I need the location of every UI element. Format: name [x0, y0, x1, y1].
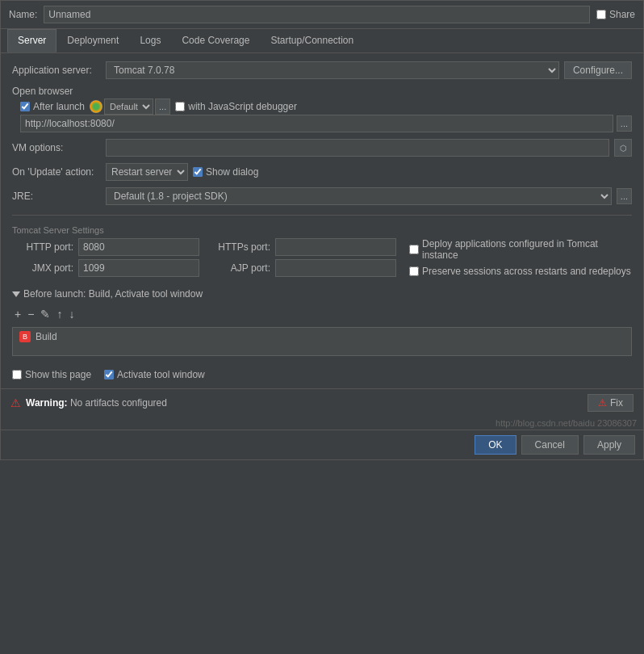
jre-select[interactable]: Default (1.8 - project SDK)	[106, 187, 612, 205]
watermark: http://blog.csdn.net/baidu 23086307	[1, 417, 643, 430]
preserve-sessions-label: Preserve sessions across restarts and re…	[422, 266, 631, 277]
activate-window-checkbox-label[interactable]: Activate tool window	[104, 369, 205, 380]
remove-launch-button[interactable]: −	[25, 308, 36, 321]
on-update-row: On 'Update' action: Restart server Show …	[12, 163, 632, 181]
tomcat-section-label: Tomcat Server Settings	[12, 225, 632, 235]
show-page-checkbox-label[interactable]: Show this page	[12, 369, 91, 380]
browser-select[interactable]: Default	[104, 99, 153, 115]
show-dialog-label: Show dialog	[206, 166, 258, 178]
url-ellipsis-button[interactable]: ...	[617, 115, 632, 132]
fix-button[interactable]: ⚠ Fix	[588, 394, 634, 412]
after-launch-label: After launch	[33, 101, 85, 112]
http-port-input[interactable]	[78, 238, 199, 256]
name-input[interactable]	[44, 6, 590, 23]
app-server-select[interactable]: Tomcat 7.0.78	[106, 61, 559, 79]
open-browser-row: After launch Default ... with JavaScript…	[20, 99, 632, 115]
deploy-apps-checkbox-label[interactable]: Deploy applications configured in Tomcat…	[409, 238, 632, 261]
tab-deployment[interactable]: Deployment	[56, 29, 129, 52]
main-content: Application server: Tomcat 7.0.78 Config…	[1, 53, 643, 388]
http-port-row: HTTP port:	[15, 238, 199, 256]
jre-row: JRE: Default (1.8 - project SDK) ...	[12, 187, 632, 205]
warning-icon: ⚠	[10, 396, 21, 409]
https-port-row: HTTPs port:	[212, 238, 396, 256]
ok-button[interactable]: OK	[475, 435, 516, 455]
preserve-sessions-checkbox-label[interactable]: Preserve sessions across restarts and re…	[409, 266, 632, 277]
tabs-row: Server Deployment Logs Code Coverage Sta…	[1, 29, 643, 53]
tab-code-coverage[interactable]: Code Coverage	[171, 29, 260, 52]
app-server-label: Application server:	[12, 65, 101, 76]
edit-launch-button[interactable]: ✎	[38, 308, 52, 321]
cancel-button[interactable]: Cancel	[521, 435, 579, 455]
launch-item-label: Build	[36, 331, 57, 342]
jre-ellipsis-button[interactable]: ...	[617, 188, 632, 204]
port-grid: HTTP port: HTTPs port: JMX port: AJP por…	[15, 238, 396, 277]
name-label: Name:	[9, 9, 37, 20]
chrome-icon	[90, 100, 102, 113]
bottom-buttons: OK Cancel Apply	[1, 430, 643, 459]
warning-text: Warning: No artifacts configured	[26, 397, 167, 409]
share-area: Share	[596, 9, 635, 20]
list-item: B Build	[19, 331, 625, 342]
activate-window-label: Activate tool window	[117, 369, 205, 380]
show-page-label: Show this page	[25, 369, 91, 380]
up-launch-button[interactable]: ↑	[54, 308, 65, 321]
show-dialog-checkbox[interactable]	[193, 167, 203, 177]
before-launch-toolbar: + − ✎ ↑ ↓	[12, 308, 632, 321]
show-dialog-checkbox-label[interactable]: Show dialog	[193, 166, 258, 178]
url-input[interactable]	[20, 115, 613, 132]
jmx-port-label: JMX port:	[15, 262, 73, 274]
configure-button[interactable]: Configure...	[564, 61, 632, 79]
browser-ellipsis-button[interactable]: ...	[155, 99, 170, 115]
on-update-select[interactable]: Restart server	[106, 163, 188, 181]
app-server-row: Application server: Tomcat 7.0.78 Config…	[12, 61, 632, 79]
bottom-checkboxes: Show this page Activate tool window	[12, 369, 632, 380]
share-label: Share	[609, 9, 635, 20]
open-browser-label: Open browser	[12, 86, 632, 97]
preserve-sessions-checkbox[interactable]	[409, 266, 419, 276]
jre-label: JRE:	[12, 191, 101, 202]
browser-select-wrap: Default ...	[90, 99, 170, 115]
vm-options-input[interactable]	[106, 139, 609, 157]
down-launch-button[interactable]: ↓	[66, 308, 77, 321]
tab-server[interactable]: Server	[7, 29, 56, 52]
activate-window-checkbox[interactable]	[104, 370, 114, 379]
deploy-apps-label: Deploy applications configured in Tomcat…	[422, 238, 632, 261]
https-port-label: HTTPs port:	[212, 241, 270, 253]
on-update-label: On 'Update' action:	[12, 166, 101, 178]
before-launch-label: Before launch: Build, Activate tool wind…	[23, 288, 203, 300]
js-debugger-label: with JavaScript debugger	[188, 101, 297, 112]
open-browser-section: Open browser After launch Default ... wi…	[12, 86, 632, 132]
deploy-apps-checkbox[interactable]	[409, 245, 419, 254]
tab-logs[interactable]: Logs	[129, 29, 171, 52]
tomcat-section: Tomcat Server Settings HTTP port: HTTPs …	[12, 225, 632, 277]
ajp-port-row: AJP port:	[212, 259, 396, 277]
url-row: ...	[20, 115, 632, 132]
warning-bar: ⚠ Warning: No artifacts configured ⚠ Fix	[1, 388, 643, 417]
js-debugger-checkbox[interactable]	[175, 102, 185, 111]
jmx-port-input[interactable]	[78, 259, 199, 277]
jmx-port-row: JMX port:	[15, 259, 199, 277]
ajp-port-label: AJP port:	[212, 262, 270, 274]
ajp-port-input[interactable]	[275, 259, 396, 277]
apply-button[interactable]: Apply	[583, 435, 635, 455]
fix-label: Fix	[610, 397, 623, 409]
https-port-input[interactable]	[275, 238, 396, 256]
share-checkbox[interactable]	[596, 10, 606, 19]
http-port-label: HTTP port:	[15, 241, 73, 253]
build-icon: B	[19, 331, 31, 342]
divider	[12, 215, 632, 216]
tomcat-options: Deploy applications configured in Tomcat…	[409, 238, 632, 277]
name-row: Name: Share	[1, 1, 643, 29]
js-debugger-checkbox-label[interactable]: with JavaScript debugger	[175, 101, 297, 112]
tab-startup-connection[interactable]: Startup/Connection	[260, 29, 364, 52]
vm-options-expand-button[interactable]: ⬡	[614, 139, 632, 157]
show-page-checkbox[interactable]	[12, 370, 22, 379]
after-launch-checkbox[interactable]	[20, 102, 30, 111]
before-launch-header: Before launch: Build, Activate tool wind…	[12, 288, 632, 300]
after-launch-checkbox-label[interactable]: After launch	[20, 101, 85, 112]
vm-options-row: VM options: ⬡	[12, 139, 632, 157]
vm-options-label: VM options:	[12, 142, 101, 153]
run-debug-config-dialog: Name: Share Server Deployment Logs Code …	[0, 0, 644, 460]
add-launch-button[interactable]: +	[12, 308, 23, 321]
before-launch-triangle-icon	[12, 291, 20, 297]
